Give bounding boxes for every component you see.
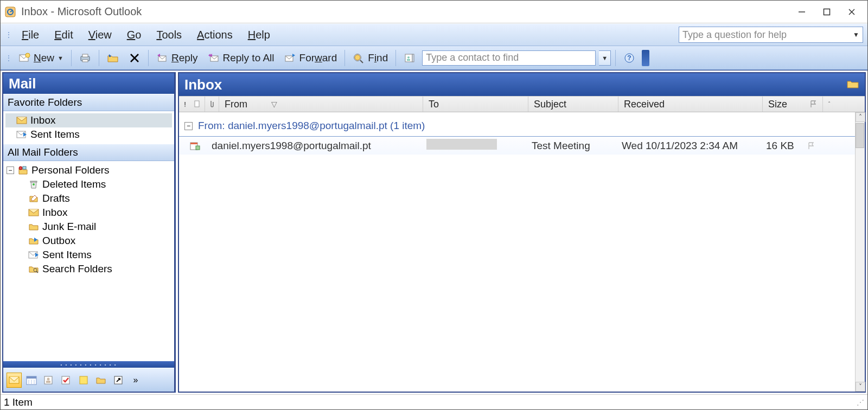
tree-inbox[interactable]: Inbox (3, 206, 174, 220)
menu-file[interactable]: File (15, 25, 46, 44)
col-flag[interactable] (804, 97, 822, 112)
svg-rect-10 (82, 60, 88, 62)
svg-line-18 (360, 60, 363, 63)
svg-text:?: ? (628, 54, 631, 62)
message-flag[interactable] (802, 142, 820, 150)
toolbar-separator (71, 50, 72, 66)
menubar-grip[interactable]: ⋮ (5, 30, 11, 39)
shortcut-notes[interactable] (76, 373, 91, 388)
new-dropdown-icon[interactable]: ▼ (58, 55, 63, 61)
menu-help[interactable]: Help (241, 25, 277, 44)
tree-drafts[interactable]: Drafts (3, 191, 174, 206)
col-importance[interactable]: ! (179, 97, 191, 112)
col-to[interactable]: To (423, 97, 528, 112)
nav-pane-splitter[interactable]: • • • • • • • • • • • • (3, 361, 174, 368)
help-search-box[interactable]: Type a question for help ▼ (679, 27, 863, 43)
menubar: ⋮ File Edit View Go Tools Actions Help T… (1, 23, 867, 46)
favorite-folders-header[interactable]: Favorite Folders (3, 94, 174, 111)
move-folder-icon (107, 52, 119, 64)
shortcut-folder-list[interactable] (93, 373, 108, 388)
message-to (421, 139, 526, 152)
new-button[interactable]: New ▼ (15, 50, 67, 66)
forward-icon (284, 52, 296, 64)
reply-all-icon (208, 52, 220, 64)
menu-go[interactable]: Go (120, 25, 148, 44)
shortcut-calendar[interactable] (24, 373, 39, 388)
menu-actions[interactable]: Actions (190, 25, 239, 44)
message-list-pane: Inbox ! From ▽ To Subject Received Size (178, 72, 866, 393)
tree-deleted-items[interactable]: Deleted Items (3, 177, 174, 191)
shortcut-shortcuts[interactable] (111, 373, 126, 388)
inbox-icon (28, 207, 39, 218)
help-search-dropdown-icon[interactable]: ▼ (853, 31, 859, 39)
all-mail-folders-header[interactable]: All Mail Folders (3, 144, 174, 161)
favorite-folder-inbox[interactable]: Inbox (5, 113, 172, 127)
svg-point-30 (33, 183, 35, 185)
personal-folders-icon (17, 165, 28, 176)
address-book-button[interactable] (400, 50, 419, 66)
menu-edit[interactable]: Edit (48, 25, 79, 44)
minus-expander-icon[interactable]: − (184, 122, 193, 130)
col-icon[interactable] (191, 97, 203, 112)
tree-search-folders[interactable]: Search Folders (3, 262, 174, 276)
search-folders-icon (28, 264, 39, 274)
shortcut-tasks[interactable] (59, 373, 74, 388)
sent-items-icon (16, 129, 27, 140)
svg-point-7 (25, 53, 30, 57)
meeting-icon (179, 140, 206, 151)
tree-sent-items[interactable]: Sent Items (3, 248, 174, 262)
scroll-up-button[interactable]: ˄ (856, 112, 865, 122)
contact-find-input[interactable]: Type a contact to find (422, 50, 596, 66)
menu-tools[interactable]: Tools (150, 25, 188, 44)
delete-button[interactable] (125, 50, 144, 66)
nav-shortcut-bar: » (3, 368, 174, 392)
find-button[interactable]: Find (349, 50, 391, 66)
scroll-thumb[interactable] (856, 123, 864, 148)
col-scroll-up[interactable]: ˆ (822, 97, 835, 112)
titlebar: Inbox - Microsoft Outlook (1, 1, 867, 23)
toolbar-grip[interactable]: ⋮ (5, 54, 11, 62)
col-size[interactable]: Size (763, 97, 804, 112)
message-subject: Test Meeting (526, 140, 616, 152)
reply-button[interactable]: Reply (153, 50, 201, 66)
help-search-placeholder: Type a question for help (682, 29, 787, 41)
shortcut-mail[interactable] (7, 373, 22, 388)
toolbar-options-button[interactable] (642, 50, 649, 66)
favorite-folder-sent-items[interactable]: Sent Items (5, 127, 172, 142)
minus-expander-icon[interactable]: − (7, 166, 14, 174)
svg-rect-50 (196, 146, 200, 150)
outbox-icon (28, 235, 39, 246)
svg-rect-37 (27, 376, 36, 379)
help-toolbar-button[interactable]: ? (620, 50, 639, 66)
contact-find-dropdown[interactable]: ▼ (599, 50, 611, 66)
scroll-down-button[interactable]: ˅ (856, 382, 865, 392)
shortcut-contacts[interactable] (41, 373, 56, 388)
move-to-folder-button[interactable] (104, 50, 122, 66)
col-subject[interactable]: Subject (528, 97, 618, 112)
minimize-button[interactable] (789, 1, 814, 23)
col-from[interactable]: From ▽ (219, 97, 423, 112)
navigation-pane: Mail Favorite Folders Inbox Sent Items A… (2, 72, 176, 393)
col-received[interactable]: Received (618, 97, 763, 112)
message-list: − From: daniel.myers1998@portugalmail.pt… (179, 112, 855, 392)
shortcut-configure[interactable]: » (128, 373, 143, 388)
resize-grip-icon[interactable]: ⋰ (857, 398, 864, 407)
inbox-corner-icon[interactable] (846, 76, 859, 93)
vertical-scrollbar[interactable]: ˄ ˅ (855, 112, 865, 392)
close-button[interactable] (839, 1, 864, 23)
maximize-button[interactable] (814, 1, 839, 23)
reply-all-button[interactable]: Reply to All (205, 50, 278, 66)
tree-personal-folders[interactable]: − Personal Folders (3, 163, 174, 177)
menu-view[interactable]: View (82, 25, 118, 44)
group-header[interactable]: − From: daniel.myers1998@portugalmail.pt… (179, 112, 855, 136)
print-button[interactable] (76, 50, 94, 66)
tree-junk-email[interactable]: Junk E-mail (3, 220, 174, 234)
find-icon (353, 52, 365, 64)
svg-rect-47 (195, 101, 199, 107)
forward-button[interactable]: Forward (281, 50, 341, 66)
message-row[interactable]: daniel.myers1998@portugalmail.pt Test Me… (179, 136, 855, 155)
address-book-icon (404, 52, 416, 64)
tree-outbox[interactable]: Outbox (3, 234, 174, 248)
col-attachment[interactable] (205, 97, 217, 112)
svg-rect-3 (824, 9, 830, 15)
